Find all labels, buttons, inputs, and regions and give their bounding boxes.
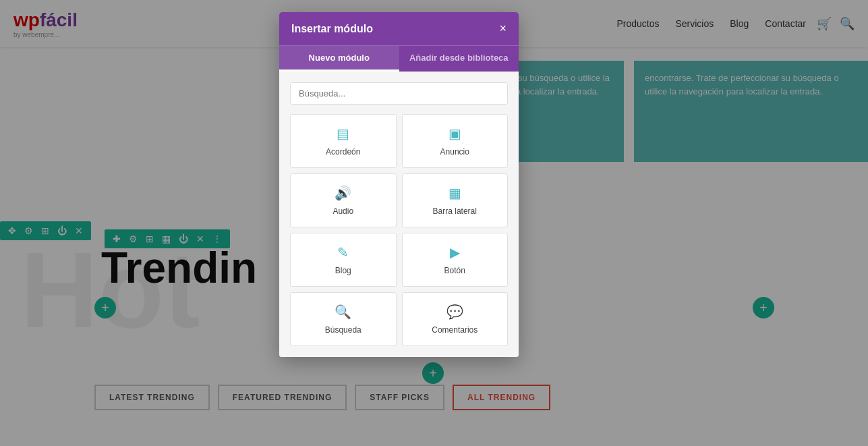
modal-body: ▤ Acordeón ▣ Anuncio 🔊 Audio ▦ Barra lat… xyxy=(279,72,519,357)
module-boton-label: Botón xyxy=(444,266,465,275)
blog-icon: ✎ xyxy=(337,244,349,260)
module-search-input[interactable] xyxy=(290,82,508,105)
module-acordeon[interactable]: ▤ Acordeón xyxy=(290,114,397,168)
module-grid: ▤ Acordeón ▣ Anuncio 🔊 Audio ▦ Barra lat… xyxy=(290,114,508,346)
modal-close-button[interactable]: × xyxy=(499,22,507,36)
comentarios-icon: 💬 xyxy=(446,304,463,320)
module-busqueda[interactable]: 🔍 Búsqueda xyxy=(290,292,397,346)
module-comentarios-label: Comentarios xyxy=(432,325,478,335)
busqueda-icon: 🔍 xyxy=(335,304,351,320)
module-audio-label: Audio xyxy=(332,206,353,216)
module-boton[interactable]: ▶ Botón xyxy=(402,233,509,287)
module-audio[interactable]: 🔊 Audio xyxy=(290,173,397,227)
module-barra-lateral-label: Barra lateral xyxy=(433,206,477,216)
module-busqueda-label: Búsqueda xyxy=(325,325,361,335)
modal-title: Insertar módulo xyxy=(291,23,373,35)
modal-header: Insertar módulo × xyxy=(279,12,519,45)
module-barra-lateral[interactable]: ▦ Barra lateral xyxy=(402,173,509,227)
modal-tabs: Nuevo módulo Añadir desde biblioteca xyxy=(279,45,519,72)
module-anuncio[interactable]: ▣ Anuncio xyxy=(402,114,509,168)
module-acordeon-label: Acordeón xyxy=(326,147,360,157)
insert-module-modal: Insertar módulo × Nuevo módulo Añadir de… xyxy=(279,12,519,357)
anuncio-icon: ▣ xyxy=(449,126,461,142)
tab-anadir-biblioteca[interactable]: Añadir desde biblioteca xyxy=(399,46,519,72)
boton-icon: ▶ xyxy=(450,244,460,260)
module-anuncio-label: Anuncio xyxy=(440,147,469,157)
module-blog[interactable]: ✎ Blog xyxy=(290,233,397,287)
module-comentarios[interactable]: 💬 Comentarios xyxy=(402,292,509,346)
audio-icon: 🔊 xyxy=(335,185,351,201)
acordeon-icon: ▤ xyxy=(337,126,349,142)
barra-lateral-icon: ▦ xyxy=(449,185,461,201)
module-blog-label: Blog xyxy=(335,266,351,275)
tab-nuevo-modulo[interactable]: Nuevo módulo xyxy=(279,46,399,72)
